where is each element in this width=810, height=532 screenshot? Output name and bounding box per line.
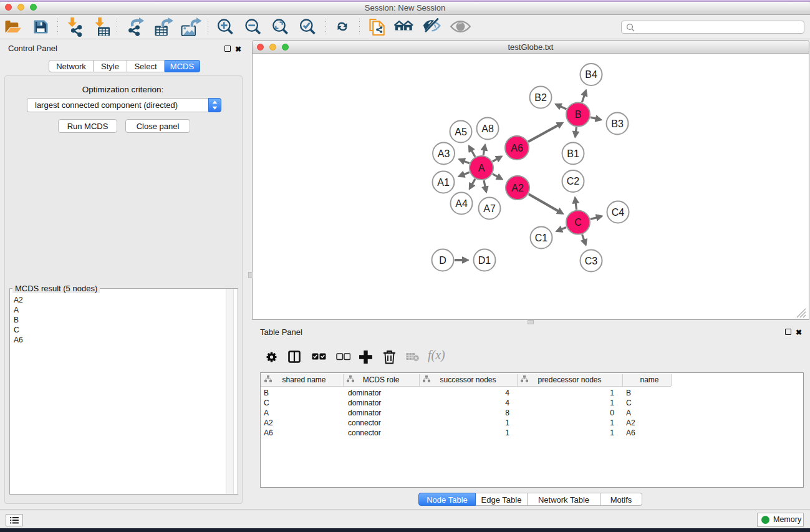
svg-text:A8: A8	[481, 123, 494, 134]
svg-text:C4: C4	[612, 207, 625, 218]
svg-text:D: D	[439, 255, 446, 266]
svg-text:C: C	[574, 217, 582, 228]
svg-text:A7: A7	[483, 203, 496, 214]
svg-text:A6: A6	[511, 143, 523, 153]
svg-text:A: A	[478, 163, 485, 173]
svg-text:C3: C3	[585, 256, 598, 266]
svg-text:C1: C1	[535, 233, 548, 243]
svg-text:B: B	[575, 109, 582, 120]
svg-text:A3: A3	[438, 148, 450, 159]
svg-text:A2: A2	[511, 183, 524, 193]
svg-text:A5: A5	[455, 127, 467, 137]
svg-text:A4: A4	[455, 198, 468, 209]
svg-text:B4: B4	[585, 69, 597, 80]
svg-text:B2: B2	[534, 92, 547, 103]
svg-text:D1: D1	[478, 255, 491, 266]
svg-text:C2: C2	[567, 176, 580, 186]
svg-text:B1: B1	[567, 148, 579, 159]
svg-text:A1: A1	[437, 177, 450, 188]
svg-text:B3: B3	[611, 118, 624, 129]
